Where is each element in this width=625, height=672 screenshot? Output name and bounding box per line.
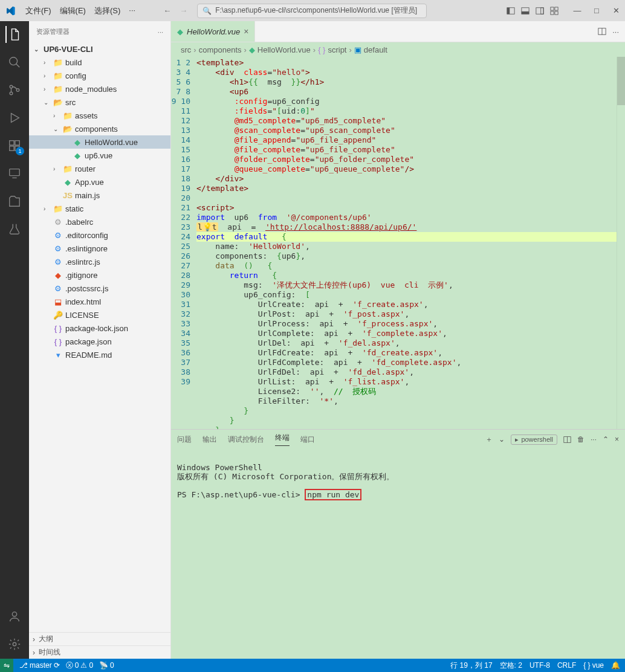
split-editor-icon[interactable] — [598, 27, 606, 36]
tree-item[interactable]: JSmain.js — [29, 189, 170, 202]
eol[interactable]: CRLF — [557, 661, 576, 670]
tree-item[interactable]: ◆App.vue — [29, 175, 170, 189]
terminal-kill-icon[interactable]: 🗑 — [577, 435, 585, 444]
terminal-body[interactable]: Windows PowerShell 版权所有 (C) Microsoft Co… — [171, 449, 625, 659]
encoding[interactable]: UTF-8 — [529, 661, 550, 670]
tree-item[interactable]: ⚙.eslintrc.js — [29, 255, 170, 268]
cursor-position[interactable]: 行 19，列 17 — [450, 661, 492, 671]
tree-item[interactable]: ⬓index.html — [29, 295, 170, 308]
tree-item[interactable]: ›📁build — [29, 56, 170, 69]
tree-item[interactable]: 🔑LICENSE — [29, 308, 170, 321]
svg-rect-7 — [555, 7, 558, 10]
chevron-icon: › — [44, 59, 51, 66]
breadcrumb[interactable]: src› components› ◆ HelloWorld.vue› { } s… — [171, 42, 625, 57]
nav-forward-icon[interactable]: → — [180, 6, 187, 15]
panel-tab-problems[interactable]: 问题 — [177, 435, 192, 445]
remote-indicator[interactable]: ⇋ — [0, 659, 13, 672]
minimap-thumb[interactable] — [617, 57, 625, 105]
terminal-dropdown-icon[interactable]: ⌄ — [499, 435, 505, 444]
language-mode[interactable]: { } vue — [583, 661, 604, 670]
tree-item[interactable]: { }package.json — [29, 335, 170, 348]
status-bar: ⇋ ⎇ master ⟳ ⓧ 0 ⚠ 0 📡 0 行 19，列 17 空格: 2… — [0, 659, 625, 672]
tree-item[interactable]: ◆HelloWorld.vue — [29, 135, 170, 149]
terminal-split-icon[interactable] — [563, 436, 571, 444]
tree-item[interactable]: ◆up6.vue — [29, 149, 170, 162]
sidebar-more-icon[interactable]: ··· — [158, 28, 163, 36]
panel-tab-debug[interactable]: 调试控制台 — [228, 435, 264, 445]
layout-left-icon[interactable] — [507, 7, 515, 15]
tree-item[interactable]: ⚙.eslintignore — [29, 242, 170, 255]
activity-project-icon[interactable] — [6, 193, 23, 210]
chevron-icon: ⌄ — [44, 99, 51, 106]
tree-item[interactable]: ⌄📂components — [29, 122, 170, 135]
terminal-new-icon[interactable]: ＋ — [485, 435, 493, 445]
activity-debug-icon[interactable] — [6, 109, 23, 126]
menu-select[interactable]: 选择(S) — [94, 5, 120, 16]
svg-rect-8 — [551, 11, 554, 14]
tree-item[interactable]: ⚙.editorconfig — [29, 228, 170, 242]
notifications-icon[interactable]: 🔔 — [611, 661, 620, 670]
menu-edit[interactable]: 编辑(E) — [60, 5, 86, 16]
activity-remote-icon[interactable] — [6, 165, 23, 182]
activity-settings-icon[interactable] — [6, 636, 23, 653]
tab-bar: ◆ HelloWorld.vue × ··· — [171, 21, 625, 42]
tree-item[interactable]: ◆.gitignore — [29, 268, 170, 282]
panel-tab-ports[interactable]: 端口 — [300, 435, 315, 445]
layout-right-icon[interactable] — [536, 7, 544, 15]
svg-rect-3 — [522, 11, 529, 13]
window-minimize-icon[interactable]: — — [573, 6, 581, 15]
tree-item[interactable]: ›📁router — [29, 162, 170, 175]
chevron-icon: › — [44, 205, 51, 212]
layout-customize-icon[interactable] — [550, 7, 559, 15]
panel-maximize-icon[interactable]: ⌃ — [603, 435, 609, 444]
menu-file[interactable]: 文件(F) — [25, 5, 51, 16]
chevron-down-icon: ⌄ — [34, 46, 41, 53]
svg-point-23 — [13, 642, 16, 646]
sidebar: 资源管理器 ··· ⌄ UP6-VUE-CLI ›📁build›📁config›… — [29, 21, 171, 659]
minimap[interactable] — [617, 57, 625, 429]
tree-item[interactable]: ⚙.babelrc — [29, 215, 170, 228]
outline-section[interactable]: › 大纲 — [29, 632, 170, 645]
explorer-tree[interactable]: ⌄ UP6-VUE-CLI ›📁build›📁config›📁node_modu… — [29, 42, 170, 632]
svg-point-22 — [12, 612, 16, 616]
tree-item[interactable]: ▾README.md — [29, 348, 170, 361]
activity-search-icon[interactable] — [6, 54, 23, 71]
svg-rect-17 — [15, 141, 19, 145]
menu-more[interactable]: ··· — [129, 5, 135, 16]
tree-item[interactable]: ›📁static — [29, 202, 170, 215]
tree-item[interactable]: ›📁assets — [29, 109, 170, 122]
terminal-more-icon[interactable]: ··· — [591, 435, 597, 444]
project-root[interactable]: ⌄ UP6-VUE-CLI — [29, 42, 170, 56]
close-icon[interactable]: × — [244, 27, 248, 36]
terminal-shell-select[interactable]: ▸ powershell — [511, 435, 557, 445]
activity-account-icon[interactable] — [6, 608, 23, 625]
tree-item[interactable]: ⚙.postcssrc.js — [29, 282, 170, 295]
activity-test-icon[interactable] — [6, 221, 23, 237]
window-close-icon[interactable]: ✕ — [612, 6, 620, 15]
tree-item[interactable]: { }package-lock.json — [29, 321, 170, 335]
tree-item[interactable]: ›📁config — [29, 69, 170, 82]
ports-count[interactable]: 📡 0 — [99, 661, 114, 670]
window-maximize-icon[interactable]: □ — [592, 6, 601, 15]
activity-explorer-icon[interactable] — [5, 26, 22, 43]
activity-scm-icon[interactable] — [6, 82, 23, 99]
indent[interactable]: 空格: 2 — [500, 661, 522, 671]
panel-tab-terminal[interactable]: 终端 — [275, 433, 290, 446]
timeline-section[interactable]: › 时间线 — [29, 645, 170, 659]
git-branch[interactable]: ⎇ master ⟳ — [19, 661, 60, 670]
menu-bar: 文件(F) 编辑(E) 选择(S) ··· — [25, 5, 135, 16]
tree-item[interactable]: ›📁node_modules — [29, 82, 170, 95]
tree-item[interactable]: ⌄📂src — [29, 95, 170, 109]
editor[interactable]: 1 2 3 4 5 6 7 8 9 10 11 12 13 14 15 16 1… — [171, 57, 625, 429]
nav-back-icon[interactable]: ← — [163, 6, 171, 15]
problems-count[interactable]: ⓧ 0 ⚠ 0 — [66, 661, 93, 671]
panel-close-icon[interactable]: × — [615, 435, 619, 444]
vue-icon: ◆ — [249, 45, 255, 54]
layout-bottom-icon[interactable] — [521, 7, 529, 15]
activity-extensions-icon[interactable] — [6, 137, 23, 154]
code-body[interactable]: <template> <div class="hello"> <h1>{{ ms… — [196, 57, 617, 429]
tab-helloworld[interactable]: ◆ HelloWorld.vue × — [171, 21, 255, 42]
command-center[interactable]: 🔍 F:\asp.net\up6-vue-cli\src\components\… — [197, 4, 427, 18]
panel-tab-output[interactable]: 输出 — [202, 435, 217, 445]
editor-more-icon[interactable]: ··· — [612, 27, 619, 36]
